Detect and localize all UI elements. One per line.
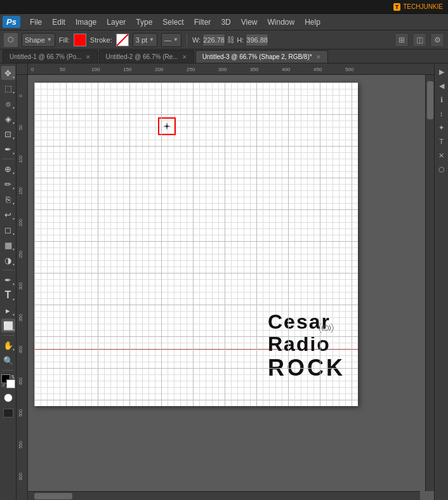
ruler-corner <box>16 63 28 75</box>
quick-select-tool[interactable]: ◈ ▾ <box>1 112 15 126</box>
path-select-tool[interactable]: ▸ ▾ <box>1 303 15 317</box>
options-settings-btn[interactable]: ⚙ <box>430 33 444 47</box>
titlebar-brand: T TECHJUNKIE <box>393 3 443 11</box>
gradient-tool[interactable]: ▦ ▾ <box>1 238 15 252</box>
tab-bar: Untitled-1 @ 66.7% (Po... ✕ Untitled-2 @… <box>0 49 448 63</box>
canvas-text-line2: Radio <box>268 333 345 355</box>
crosshair-cursor <box>164 123 170 129</box>
options-align-btn[interactable]: ⊞ <box>395 33 409 47</box>
crop-tool[interactable]: ⊡ ▾ <box>1 127 15 141</box>
width-input[interactable] <box>202 34 225 46</box>
healing-tool[interactable]: ⊕ ▾ <box>1 162 15 176</box>
dodge-tool[interactable]: ◑ ▾ <box>1 253 15 267</box>
horizontal-scrollbar[interactable] <box>28 491 420 500</box>
shape-mode-dropdown[interactable]: Shape ▼ <box>22 33 55 47</box>
svg-text:400: 400 <box>18 346 23 353</box>
canvas-document[interactable]: Cesar Radio ROCK <box>34 82 358 406</box>
right-btn-2[interactable]: ℹ <box>436 94 447 105</box>
move-tool[interactable]: ✥ ▾ <box>1 66 15 80</box>
toolbar-separator <box>3 335 14 336</box>
swap-colors-icon[interactable]: ⇅ <box>11 374 15 380</box>
tool-arrow-icon: ▾ <box>13 75 15 79</box>
canvas-text-line1: Cesar <box>268 311 345 333</box>
right-btn-3[interactable]: ↕ <box>436 108 447 119</box>
hand-tool[interactable]: ✋ ▾ <box>1 338 15 352</box>
right-btn-6[interactable]: ✕ <box>436 150 447 161</box>
tj-logo-icon: T <box>393 3 401 11</box>
svg-text:350: 350 <box>250 67 259 72</box>
options-bar: ⬡ Shape ▼ Fill: Stroke: 3 pt ▼ — ▼ W: ⛓ … <box>0 30 448 49</box>
stroke-style-icon: — <box>164 36 171 44</box>
right-btn-5[interactable]: T <box>436 136 447 147</box>
text-tool[interactable]: T ▾ <box>1 288 15 302</box>
healing-icon: ⊕ <box>4 164 11 174</box>
menu-select[interactable]: Select <box>158 16 188 28</box>
tab-untitled3[interactable]: Untitled-3 @ 66.7% (Shape 2, RGB/8)* ✕ <box>195 50 328 63</box>
menu-help[interactable]: Help <box>300 16 325 28</box>
height-input[interactable] <box>246 34 268 46</box>
clone-stamp-tool[interactable]: ⎘ ▾ <box>1 192 15 206</box>
eraser-tool[interactable]: ◻ ▾ <box>1 223 15 237</box>
tool-arrow-icon: ▾ <box>13 171 15 175</box>
lasso-tool[interactable]: ⌾ ▾ <box>1 96 15 110</box>
tab-close-icon[interactable]: ✕ <box>316 54 321 60</box>
vertical-scrollbar[interactable] <box>425 75 434 491</box>
canvas-text-content: Cesar Radio ROCK <box>268 311 345 381</box>
quick-mask-btn[interactable] <box>1 391 15 405</box>
menu-3d[interactable]: 3D <box>216 16 235 28</box>
fill-color-swatch[interactable] <box>74 34 86 46</box>
menu-layer[interactable]: Layer <box>102 16 130 28</box>
tab-untitled1[interactable]: Untitled-1 @ 66.7% (Po... ✕ <box>3 50 98 63</box>
menu-filter[interactable]: Filter <box>190 16 216 28</box>
shape-mode-label: Shape <box>25 36 45 44</box>
menu-file[interactable]: File <box>25 16 46 28</box>
eyedropper-tool[interactable]: ✒ ▾ <box>1 142 15 156</box>
guide-horizontal[interactable] <box>34 349 358 350</box>
brush-tool[interactable]: ✏ ▾ <box>1 177 15 191</box>
stroke-width-dropdown[interactable]: 3 pt ▼ <box>133 33 157 47</box>
svg-text:100: 100 <box>91 67 100 72</box>
right-btn-4[interactable]: ✦ <box>436 122 447 133</box>
options-arrange-btn[interactable]: ◫ <box>412 33 426 47</box>
menu-window[interactable]: Window <box>263 16 300 28</box>
stroke-style-dropdown[interactable]: — ▼ <box>161 33 181 47</box>
menu-type[interactable]: Type <box>131 16 157 28</box>
stroke-color-swatch[interactable] <box>116 34 129 46</box>
tool-arrow-icon: ▾ <box>13 327 15 332</box>
width-height-group: W: ⛓ H: <box>192 34 268 46</box>
clone-icon: ⎘ <box>6 195 11 204</box>
menu-image[interactable]: Image <box>71 16 101 28</box>
pen-tool[interactable]: ✒ ▾ <box>1 273 15 287</box>
hand-icon: ✋ <box>3 341 13 350</box>
right-btn-1[interactable]: ◀ <box>436 80 447 91</box>
right-btn-7[interactable]: ⬡ <box>436 164 447 175</box>
history-brush-tool[interactable]: ↩ ▾ <box>1 207 15 221</box>
options-divider <box>187 34 187 46</box>
link-wh-icon[interactable]: ⛓ <box>227 36 235 44</box>
screen-mode-btn[interactable] <box>1 406 15 420</box>
menu-edit[interactable]: Edit <box>48 16 70 28</box>
svg-text:250: 250 <box>187 67 195 72</box>
canvas-area[interactable]: 0 50 100 150 200 250 300 350 400 450 500… <box>16 63 434 500</box>
reset-colors-icon[interactable]: ↺ <box>1 383 5 388</box>
v-scroll-thumb[interactable] <box>427 81 433 119</box>
svg-text:150: 150 <box>123 67 132 72</box>
pen-icon: ✒ <box>4 275 11 285</box>
tab-untitled2[interactable]: Untitled-2 @ 66.7% (Re... ✕ <box>99 50 194 63</box>
path-select-icon: ▸ <box>6 306 10 315</box>
expand-btn[interactable]: ▶ <box>436 66 447 77</box>
rect-select-tool[interactable]: ⬚ ▾ <box>1 81 15 95</box>
background-color[interactable] <box>6 379 15 388</box>
tab-close-icon[interactable]: ✕ <box>86 54 91 60</box>
toolbar-separator <box>3 370 14 371</box>
shape-tool[interactable]: ⬜ ▾ <box>1 319 15 332</box>
shape-rectangle[interactable] <box>158 117 176 135</box>
zoom-tool[interactable]: 🔍 <box>1 353 15 367</box>
stroke-label: Stroke: <box>90 36 112 44</box>
tab-close-icon[interactable]: ✕ <box>182 54 187 60</box>
menu-view[interactable]: View <box>237 16 262 28</box>
menubar: Ps File Edit Image Layer Type Select Fil… <box>0 14 448 30</box>
h-scroll-thumb[interactable] <box>34 493 72 499</box>
shape-icon: ⬜ <box>3 321 13 331</box>
ruler-left: 0 50 100 150 200 250 300 350 400 450 500… <box>16 75 28 500</box>
